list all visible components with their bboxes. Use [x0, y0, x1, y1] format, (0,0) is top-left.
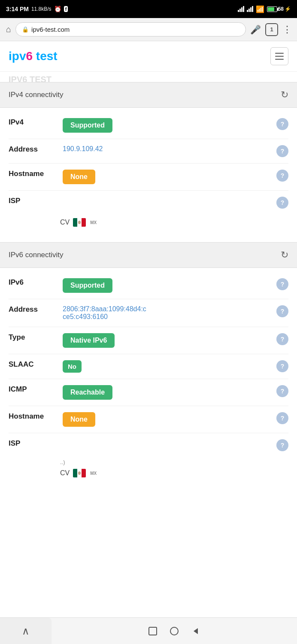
ipv6-type-help-icon[interactable]: ? — [276, 333, 288, 345]
ipv6-extra-info: ..) — [0, 457, 297, 465]
ipv4-country-label: CV — [60, 219, 70, 226]
ipv6-type-badge: Native IPv6 — [63, 333, 115, 348]
lock-icon: 🔒 — [22, 26, 29, 33]
ipv6-refresh-icon[interactable]: ↻ — [281, 249, 288, 261]
svg-rect-2 — [149, 627, 157, 635]
ipv6-isp-row: ISP ? — [0, 433, 297, 457]
home-button[interactable] — [164, 623, 185, 639]
logo-ipv: ipv — [9, 49, 26, 63]
chevron-up-area[interactable]: ∧ — [0, 618, 52, 644]
ipv4-isp-row: ISP ? — [0, 191, 297, 215]
circle-icon — [169, 626, 179, 636]
ipv6-icmp-value: Reachable — [63, 385, 270, 400]
ipv6-row: IPv6 Supported ? — [0, 272, 297, 299]
ipv6-hostname-label: Hostname — [9, 412, 56, 421]
flag-emblem — [77, 471, 82, 475]
ipv6-label: IPv6 — [9, 278, 56, 287]
ipv6-icmp-badge: Reachable — [63, 385, 112, 400]
ipv6-address-help-icon[interactable]: ? — [276, 305, 288, 317]
ipv4-hostname-badge: None — [63, 170, 95, 184]
ipv6-slaac-badge: No — [63, 360, 82, 373]
home-icon[interactable]: ⌂ — [6, 24, 11, 34]
recent-apps-button[interactable] — [142, 623, 164, 639]
svg-marker-4 — [194, 628, 198, 634]
svg-point-1 — [78, 471, 81, 475]
ipv4-isp-label: ISP — [9, 197, 56, 205]
back-button[interactable] — [185, 623, 206, 639]
ipv6-section-header: IPv6 connectivity ↻ — [0, 242, 297, 268]
ipv6-country-label: CV — [60, 469, 70, 477]
ipv6-icmp-help-icon[interactable]: ? — [276, 385, 288, 397]
logo-test: test — [33, 49, 58, 63]
ipv4-hostname-row: Hostname None ? — [0, 164, 297, 190]
ipv6-address-label: Address — [9, 305, 56, 314]
ipv6-help-icon[interactable]: ? — [276, 278, 288, 290]
watermark: IPV6 TEST — [0, 72, 297, 82]
url-text: ipv6-test.com — [31, 26, 70, 33]
mic-icon[interactable]: 🎤 — [250, 24, 261, 35]
site-logo[interactable]: ipv6 test — [9, 49, 58, 63]
chevron-up-icon: ∧ — [22, 625, 30, 637]
svg-point-0 — [78, 221, 81, 224]
flag-green — [73, 469, 77, 477]
ipv4-refresh-icon[interactable]: ↻ — [281, 89, 288, 100]
alarm-icon: ⏰ — [54, 6, 61, 12]
more-options-icon[interactable]: ⋮ — [282, 24, 291, 35]
flag-red — [82, 218, 86, 227]
ipv6-slaac-help-icon[interactable]: ? — [276, 360, 288, 372]
info-icon: f — [64, 6, 68, 12]
ipv6-supported-badge: Supported — [63, 278, 112, 293]
square-icon — [148, 626, 158, 636]
ipv6-slaac-row: SLAAC No ? — [0, 354, 297, 379]
url-bar[interactable]: 🔒 ipv6-test.com — [15, 22, 246, 36]
ipv6-type-row: Type Native IPv6 ? — [0, 327, 297, 354]
ipv6-hostname-row: Hostname None ? — [0, 406, 297, 433]
ipv4-country-code: MX — [90, 220, 97, 225]
ipv6-address-row: Address 2806:3f7:8aaa:1099:48d4:cce5:c49… — [0, 299, 297, 327]
ipv4-hostname-help-icon[interactable]: ? — [276, 170, 288, 182]
battery-icon: 58 ⚡ — [267, 6, 291, 12]
hamburger-menu[interactable] — [270, 47, 288, 65]
ipv6-country-code: MX — [90, 471, 97, 476]
ipv4-address-link[interactable]: 190.9.109.42 — [63, 145, 103, 152]
status-time: 3:14 PM — [6, 6, 29, 12]
status-right: 📶 58 ⚡ — [238, 5, 291, 13]
status-speed: 11.8kB/s — [31, 6, 52, 12]
ipv4-isp-help-icon[interactable]: ? — [276, 197, 288, 209]
status-left: 3:14 PM 11.8kB/s ⏰ f — [6, 6, 68, 12]
ipv6-slaac-label: SLAAC — [9, 360, 56, 369]
ipv6-isp-label: ISP — [9, 439, 56, 448]
ipv4-hostname-label: Hostname — [9, 170, 56, 178]
tab-button[interactable]: 1 — [265, 23, 278, 36]
ipv6-hostname-value: None — [63, 412, 270, 427]
ipv4-hostname-value: None — [63, 170, 270, 184]
ipv4-supported-badge: Supported — [63, 118, 112, 133]
ipv6-section-title: IPv6 connectivity — [9, 251, 64, 259]
flag-white — [77, 218, 82, 227]
ipv6-slaac-value: No — [63, 360, 270, 373]
ipv4-address-help-icon[interactable]: ? — [276, 145, 288, 157]
back-icon — [191, 626, 200, 636]
ipv6-address-link[interactable]: 2806:3f7:8aaa:1099:48d4:cce5:c493:6160 — [63, 305, 146, 320]
ipv6-flag — [73, 469, 86, 477]
ipv4-flag — [73, 218, 86, 227]
ipv6-icmp-row: ICMP Reachable ? — [0, 379, 297, 406]
ipv4-section: IPv4 Supported ? Address 190.9.109.42 ? … — [0, 108, 297, 242]
ipv6-icmp-label: ICMP — [9, 385, 56, 394]
page-header: ipv6 test — [0, 41, 297, 72]
flag-green — [73, 218, 77, 227]
ipv4-section-title: IPv4 connectivity — [9, 91, 64, 99]
ipv4-address-row: Address 190.9.109.42 ? — [0, 139, 297, 163]
ipv6-hostname-help-icon[interactable]: ? — [276, 412, 288, 424]
ipv6-type-label: Type — [9, 333, 56, 342]
ipv4-country-row: CV MX — [0, 215, 297, 234]
ipv6-isp-help-icon[interactable]: ? — [276, 439, 288, 451]
flag-red — [82, 469, 86, 477]
ipv6-value: Supported — [63, 278, 270, 293]
logo-6: 6 — [26, 49, 33, 63]
ipv6-country-row: CV MX — [0, 465, 297, 484]
status-bar: 3:14 PM 11.8kB/s ⏰ f 📶 58 ⚡ — [0, 0, 297, 18]
ipv6-section: IPv6 Supported ? Address 2806:3f7:8aaa:1… — [0, 268, 297, 493]
browser-chrome: ⌂ 🔒 ipv6-test.com 🎤 1 ⋮ — [0, 18, 297, 41]
ipv4-help-icon[interactable]: ? — [276, 118, 288, 130]
